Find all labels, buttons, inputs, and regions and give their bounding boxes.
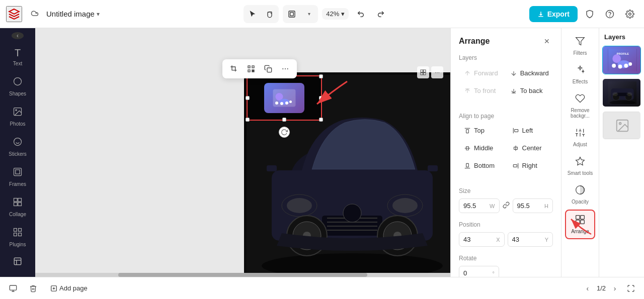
align-left-button[interactable]: Left <box>507 123 553 138</box>
rotate-handle[interactable] <box>279 127 290 138</box>
zoom-control[interactable]: 42% ▾ <box>322 8 349 20</box>
add-page-button[interactable]: Add page <box>46 282 92 294</box>
qr-button[interactable] <box>244 61 259 76</box>
layer-item-3[interactable] <box>602 111 641 140</box>
settings-icon-button[interactable] <box>622 6 638 22</box>
x-input-wrap: X <box>459 232 505 247</box>
canvas-area[interactable]: ··· <box>35 28 450 277</box>
logo-button[interactable] <box>6 6 22 22</box>
position-section: Position X Y <box>451 217 561 251</box>
more-options-button[interactable] <box>278 61 293 76</box>
handle-top-right[interactable] <box>319 74 323 78</box>
shield-icon-button[interactable] <box>582 6 598 22</box>
hand-tool-button[interactable] <box>262 6 278 22</box>
select-tool-button[interactable] <box>245 6 261 22</box>
title-area: Untitled image ▾ <box>46 10 100 18</box>
page-navigation: ‹ 1/2 › <box>581 281 638 295</box>
link-icon[interactable] <box>503 202 510 210</box>
redo-button[interactable] <box>373 6 389 22</box>
sidebar-item-shapes[interactable]: Shapes <box>4 72 32 101</box>
svg-point-8 <box>14 138 22 146</box>
frame-tool-button[interactable] <box>284 6 300 22</box>
handle-left-middle[interactable] <box>246 96 250 100</box>
align-grid: Top Left Middle Center Bottom Right <box>451 123 561 173</box>
align-middle-button[interactable]: Middle <box>459 140 505 156</box>
smart-tools-icon <box>575 156 585 169</box>
crop-button[interactable] <box>226 61 242 76</box>
rotate-input[interactable] <box>463 269 491 277</box>
size-title: Size <box>459 187 553 194</box>
sidebar-item-plugins[interactable]: Plugins <box>4 223 32 251</box>
svg-point-5 <box>14 78 22 85</box>
frames-sidebar-icon <box>13 167 23 179</box>
width-input[interactable] <box>463 202 488 210</box>
arrange-icon <box>575 215 585 227</box>
handle-bottom-middle[interactable] <box>282 118 286 122</box>
sidebar-item-collage[interactable]: Collage <box>4 193 32 221</box>
arrange-panel-item[interactable]: Arrange <box>565 210 595 239</box>
arrange-title: Arrange <box>459 37 490 46</box>
duplicate-button[interactable] <box>261 61 276 76</box>
backward-button[interactable]: Backward <box>505 65 554 81</box>
svg-rect-23 <box>252 66 254 68</box>
svg-rect-65 <box>424 73 426 75</box>
remove-bg-panel-item[interactable]: Remove backgr... <box>565 89 595 123</box>
align-bottom-button[interactable]: Bottom <box>459 158 505 173</box>
svg-rect-27 <box>252 71 253 72</box>
rotate-input-wrap: ° <box>459 266 499 277</box>
stickers-sidebar-icon <box>13 137 23 149</box>
sidebar-item-photos[interactable]: Photos <box>4 103 32 131</box>
svg-rect-61 <box>428 165 438 171</box>
scrollbar-thumb[interactable] <box>118 273 367 277</box>
handle-bottom-right[interactable] <box>319 118 323 122</box>
fullscreen-button[interactable] <box>624 281 638 295</box>
export-button[interactable]: Export <box>529 6 578 22</box>
svg-point-49 <box>343 204 361 222</box>
to-back-button[interactable]: To back <box>505 83 554 98</box>
shapes-sidebar-icon <box>13 76 23 89</box>
canvas-more-button[interactable]: ··· <box>431 66 443 78</box>
cloud-icon[interactable] <box>26 6 42 22</box>
arrange-header: Arrange ✕ <box>451 28 561 52</box>
help-icon-button[interactable] <box>602 6 618 22</box>
sidebar-collapse-button[interactable]: ‹ <box>12 32 24 39</box>
undo-button[interactable] <box>353 6 369 22</box>
thumbnail-button[interactable] <box>6 281 20 295</box>
title-chevron-icon[interactable]: ▾ <box>97 11 100 18</box>
svg-rect-79 <box>513 164 517 167</box>
y-input[interactable] <box>512 236 543 243</box>
align-top-button[interactable]: Top <box>459 123 505 138</box>
to-front-button[interactable]: To front <box>459 83 503 98</box>
frame-chevron-button[interactable]: ▾ <box>301 6 317 22</box>
bottom-sidebar-button[interactable] <box>10 253 26 269</box>
x-input[interactable] <box>463 236 494 243</box>
selected-element[interactable] <box>247 75 322 121</box>
handle-right-middle[interactable] <box>319 96 323 100</box>
layer-item-1[interactable]: PROFILE <box>602 46 641 74</box>
canvas-icon-1[interactable] <box>417 66 429 78</box>
canvas-scrollbar[interactable] <box>35 273 450 277</box>
adjust-panel-item[interactable]: Adjust <box>565 124 595 151</box>
sidebar-item-frames[interactable]: Frames <box>4 163 32 191</box>
handle-bottom-left[interactable] <box>246 118 250 122</box>
arrange-close-button[interactable]: ✕ <box>541 35 553 47</box>
align-right-button[interactable]: Right <box>507 158 553 173</box>
align-center-button[interactable]: Center <box>507 140 553 156</box>
sidebar-item-stickers[interactable]: Stickers <box>4 133 32 161</box>
sidebar-item-text[interactable]: T Text <box>4 43 32 70</box>
svg-rect-11 <box>14 168 22 176</box>
next-page-button[interactable]: › <box>608 281 622 295</box>
filters-panel-item[interactable]: Filters <box>565 32 595 60</box>
forward-button[interactable]: Forward <box>459 65 503 81</box>
opacity-panel-item[interactable]: Opacity <box>565 181 595 209</box>
smart-tools-panel-item[interactable]: Smart tools <box>565 152 595 180</box>
height-input[interactable] <box>517 202 543 210</box>
layer-item-2[interactable] <box>602 78 641 107</box>
canvas-top-right-buttons: ··· <box>417 66 443 78</box>
prev-page-button[interactable]: ‹ <box>581 281 595 295</box>
svg-point-37 <box>280 102 283 105</box>
delete-button[interactable] <box>26 281 40 295</box>
svg-point-53 <box>392 198 418 213</box>
effects-panel-item[interactable]: Effects <box>565 61 595 88</box>
svg-rect-71 <box>514 129 518 132</box>
